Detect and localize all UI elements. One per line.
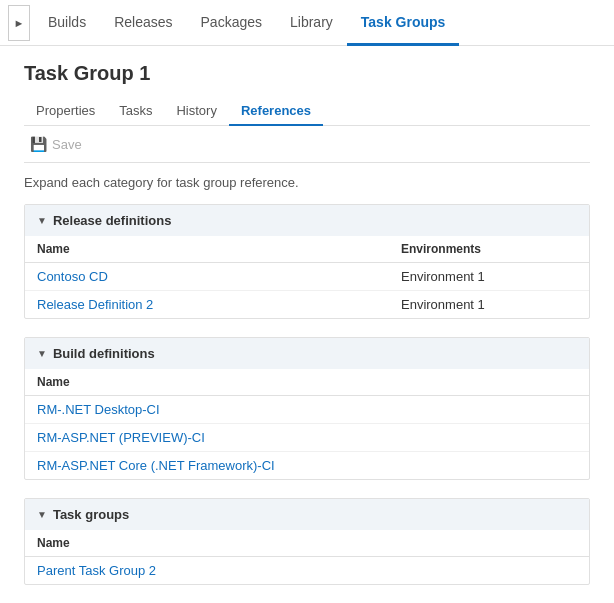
taskgroup-row-0-link[interactable]: Parent Task Group 2 xyxy=(25,557,589,585)
save-icon: 💾 xyxy=(30,136,47,152)
top-navigation: ► Builds Releases Packages Library Task … xyxy=(0,0,614,46)
sub-tabs: Properties Tasks History References xyxy=(24,97,590,126)
release-definitions-header[interactable]: ▼ Release definitions xyxy=(25,205,589,236)
release-row-contoso-env: Environment 1 xyxy=(389,263,589,291)
task-groups-table: Name Parent Task Group 2 xyxy=(25,530,589,584)
build-definitions-header[interactable]: ▼ Build definitions xyxy=(25,338,589,369)
sidebar-toggle-button[interactable]: ► xyxy=(8,5,30,41)
table-row: RM-.NET Desktop-CI xyxy=(25,396,589,424)
release-definitions-chevron: ▼ xyxy=(37,215,47,226)
task-groups-header[interactable]: ▼ Task groups xyxy=(25,499,589,530)
main-content: Task Group 1 Properties Tasks History Re… xyxy=(0,46,614,603)
build-row-0-link[interactable]: RM-.NET Desktop-CI xyxy=(25,396,589,424)
release-env-header: Environments xyxy=(389,236,589,263)
save-button[interactable]: 💾 Save xyxy=(24,134,88,154)
save-label: Save xyxy=(52,137,82,152)
release-name-header: Name xyxy=(25,236,389,263)
build-definitions-table: Name RM-.NET Desktop-CI RM-ASP.NET (PREV… xyxy=(25,369,589,479)
task-groups-section: ▼ Task groups Name Parent Task Group 2 xyxy=(24,498,590,585)
nav-item-releases[interactable]: Releases xyxy=(100,0,186,46)
table-row: Release Definition 2 Environment 1 xyxy=(25,291,589,319)
nav-item-task-groups[interactable]: Task Groups xyxy=(347,0,460,46)
build-definitions-chevron: ▼ xyxy=(37,348,47,359)
table-row: Contoso CD Environment 1 xyxy=(25,263,589,291)
task-groups-chevron: ▼ xyxy=(37,509,47,520)
taskgroup-name-header: Name xyxy=(25,530,589,557)
toolbar: 💾 Save xyxy=(24,126,590,163)
release-row-contoso-link[interactable]: Contoso CD xyxy=(25,263,389,291)
task-groups-title: Task groups xyxy=(53,507,129,522)
release-definitions-section: ▼ Release definitions Name Environments … xyxy=(24,204,590,319)
tab-properties[interactable]: Properties xyxy=(24,97,107,126)
build-name-header: Name xyxy=(25,369,589,396)
build-row-1-link[interactable]: RM-ASP.NET (PREVIEW)-CI xyxy=(25,424,589,452)
tab-tasks[interactable]: Tasks xyxy=(107,97,164,126)
table-row: Parent Task Group 2 xyxy=(25,557,589,585)
release-definitions-title: Release definitions xyxy=(53,213,171,228)
release-row-def2-env: Environment 1 xyxy=(389,291,589,319)
page-title: Task Group 1 xyxy=(24,62,590,85)
build-definitions-section: ▼ Build definitions Name RM-.NET Desktop… xyxy=(24,337,590,480)
table-row: RM-ASP.NET (PREVIEW)-CI xyxy=(25,424,589,452)
release-row-def2-link[interactable]: Release Definition 2 xyxy=(25,291,389,319)
build-row-2-link[interactable]: RM-ASP.NET Core (.NET Framework)-CI xyxy=(25,452,589,480)
description-text: Expand each category for task group refe… xyxy=(24,175,590,190)
tab-history[interactable]: History xyxy=(164,97,228,126)
tab-references[interactable]: References xyxy=(229,97,323,126)
table-row: RM-ASP.NET Core (.NET Framework)-CI xyxy=(25,452,589,480)
nav-item-packages[interactable]: Packages xyxy=(187,0,276,46)
nav-item-library[interactable]: Library xyxy=(276,0,347,46)
build-definitions-title: Build definitions xyxy=(53,346,155,361)
release-definitions-table: Name Environments Contoso CD Environment… xyxy=(25,236,589,318)
nav-item-builds[interactable]: Builds xyxy=(34,0,100,46)
